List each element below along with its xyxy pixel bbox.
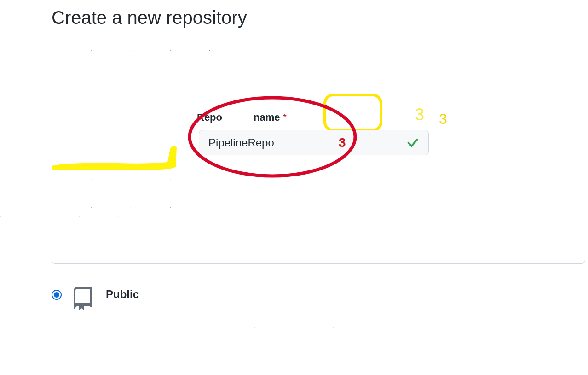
obscured-text: . . . — [52, 342, 150, 347]
annotation-number-red: 3 — [339, 135, 346, 150]
yellow-highlight-annotation — [47, 144, 180, 176]
obscured-subtitle: . . . . . — [52, 47, 588, 60]
repository-name-input-wrapper — [199, 130, 429, 155]
svg-rect-0 — [325, 95, 381, 130]
obscured-text: . . . . — [52, 204, 189, 209]
public-label: Public — [106, 288, 139, 301]
obscured-text: . . . — [254, 324, 352, 329]
description-field-outline[interactable] — [52, 254, 585, 264]
repo-icon — [73, 286, 95, 310]
annotation-number-yellow-b: 3 — [439, 111, 447, 128]
checkmark-icon — [406, 136, 419, 149]
repository-name-label: Repo name * — [197, 111, 287, 123]
obscured-text: . . . . — [52, 176, 189, 181]
visibility-public-row: Public — [52, 286, 588, 310]
yellow-box-annotation — [323, 93, 383, 132]
page-title: Create a new repository — [52, 7, 588, 28]
divider — [52, 70, 585, 70]
repository-name-input[interactable] — [208, 136, 402, 149]
required-asterisk: * — [282, 111, 287, 123]
repository-name-section: Repo name * 3 3 3 . . . . . . . . — [52, 93, 588, 213]
public-radio[interactable] — [52, 290, 62, 300]
label-text-part2: name — [254, 111, 280, 123]
divider — [52, 273, 585, 273]
label-text-part1: Repo — [197, 111, 222, 123]
obscured-text: . . . . — [0, 213, 138, 218]
annotation-number-yellow-a: 3 — [415, 105, 424, 124]
